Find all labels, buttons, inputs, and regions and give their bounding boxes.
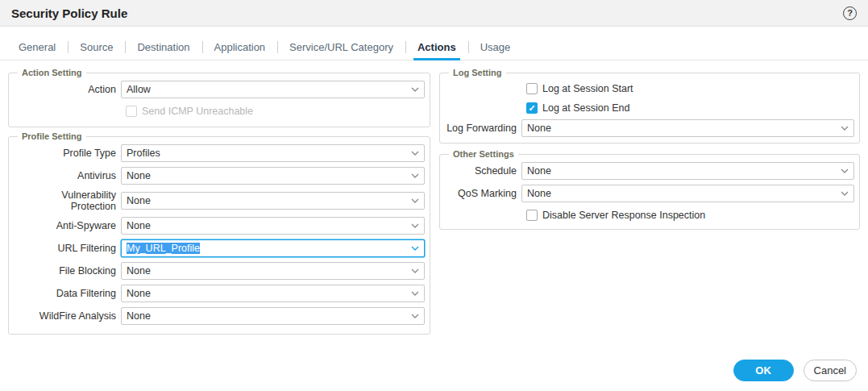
- vulnerability-protection-row: Vulnerability Protection None: [14, 189, 425, 212]
- log-session-end-label: Log at Session End: [542, 102, 629, 114]
- other-settings-group: Other Settings Schedule None QoS Marking…: [439, 149, 860, 230]
- log-setting-legend: Log Setting: [449, 68, 506, 77]
- dialog-footer: OK Cancel: [733, 360, 857, 381]
- log-forwarding-label: Log Forwarding: [445, 123, 521, 134]
- profile-setting-group: Profile Setting Profile Type Profiles An…: [8, 131, 430, 335]
- log-session-start-label: Log at Session Start: [542, 83, 633, 94]
- chevron-down-icon: [841, 191, 849, 196]
- tab-actions[interactable]: Actions: [405, 34, 468, 60]
- schedule-label: Schedule: [445, 165, 521, 177]
- chevron-down-icon: [411, 87, 419, 92]
- tab-general[interactable]: General: [6, 34, 68, 60]
- wildfire-analysis-label: WildFire Analysis: [14, 310, 121, 322]
- security-policy-rule-dialog: Security Policy Rule ? General Source De…: [0, 0, 868, 391]
- anti-spyware-select[interactable]: None: [121, 217, 425, 235]
- chevron-down-icon: [411, 246, 419, 251]
- vulnerability-protection-label: Vulnerability Protection: [14, 189, 121, 212]
- action-row: Action Allow: [14, 81, 425, 98]
- chevron-down-icon: [411, 268, 419, 273]
- tab-destination[interactable]: Destination: [125, 34, 201, 60]
- send-icmp-row: Send ICMP Unreachable: [126, 103, 425, 119]
- schedule-select[interactable]: None: [521, 162, 854, 180]
- chevron-down-icon: [411, 314, 419, 318]
- send-icmp-label: Send ICMP Unreachable: [142, 106, 253, 117]
- action-select[interactable]: Allow: [121, 81, 425, 98]
- tab-source[interactable]: Source: [68, 34, 125, 60]
- checkbox-log-at-session-end[interactable]: [526, 102, 538, 114]
- checkbox-log-at-session-start[interactable]: [526, 83, 538, 94]
- qos-marking-label: QoS Marking: [445, 188, 521, 199]
- action-label: Action: [14, 84, 121, 95]
- chevron-down-icon: [841, 126, 849, 131]
- ok-button[interactable]: OK: [733, 360, 794, 381]
- data-filtering-row: Data Filtering None: [14, 285, 425, 302]
- dialog-titlebar: Security Policy Rule ?: [0, 0, 868, 27]
- file-blocking-row: File Blocking None: [14, 262, 425, 280]
- log-session-end-row: Log at Session End: [526, 100, 854, 116]
- disable-sri-row: Disable Server Response Inspection: [526, 207, 854, 223]
- data-filtering-label: Data Filtering: [14, 288, 121, 299]
- action-setting-legend: Action Setting: [18, 68, 86, 77]
- url-filtering-label: URL Filtering: [14, 243, 121, 254]
- url-filtering-select[interactable]: My_URL_Profile: [121, 239, 425, 257]
- chevron-down-icon: [411, 291, 419, 296]
- url-filtering-row: URL Filtering My_URL_Profile: [14, 239, 425, 257]
- vulnerability-protection-select[interactable]: None: [121, 192, 425, 210]
- log-forwarding-row: Log Forwarding None: [445, 119, 854, 137]
- wildfire-analysis-select[interactable]: None: [121, 307, 425, 325]
- schedule-row: Schedule None: [445, 162, 854, 180]
- qos-marking-select[interactable]: None: [521, 185, 854, 202]
- checkbox-disable-server-response-inspection[interactable]: [526, 210, 538, 221]
- other-settings-legend: Other Settings: [449, 149, 518, 159]
- tab-application[interactable]: Application: [202, 34, 278, 60]
- tab-service-url-category[interactable]: Service/URL Category: [277, 34, 405, 60]
- chevron-down-icon: [411, 173, 419, 178]
- chevron-down-icon: [411, 198, 419, 203]
- log-setting-group: Log Setting Log at Session Start Log at …: [439, 68, 860, 144]
- log-forwarding-select[interactable]: None: [521, 119, 854, 137]
- log-session-start-row: Log at Session Start: [526, 81, 854, 97]
- wildfire-analysis-row: WildFire Analysis None: [14, 307, 425, 325]
- antivirus-label: Antivirus: [14, 170, 121, 181]
- profile-type-select[interactable]: Profiles: [121, 144, 425, 162]
- file-blocking-select[interactable]: None: [121, 262, 425, 280]
- help-icon[interactable]: ?: [843, 6, 857, 20]
- tab-usage[interactable]: Usage: [468, 34, 523, 60]
- antivirus-row: Antivirus None: [14, 167, 425, 185]
- checkbox-send-icmp-unreachable[interactable]: [126, 106, 137, 117]
- chevron-down-icon: [841, 168, 849, 173]
- chevron-down-icon: [411, 223, 419, 228]
- anti-spyware-label: Anti-Spyware: [14, 220, 121, 231]
- qos-marking-row: QoS Marking None: [445, 185, 854, 202]
- anti-spyware-row: Anti-Spyware None: [14, 217, 425, 235]
- profile-type-label: Profile Type: [14, 148, 121, 159]
- cancel-button[interactable]: Cancel: [804, 360, 857, 381]
- file-blocking-label: File Blocking: [14, 265, 121, 277]
- profile-setting-legend: Profile Setting: [18, 131, 86, 141]
- profile-type-row: Profile Type Profiles: [14, 144, 425, 162]
- action-setting-group: Action Setting Action Allow Send ICMP Un…: [8, 68, 430, 127]
- dialog-title: Security Policy Rule: [11, 6, 127, 20]
- disable-sri-label: Disable Server Response Inspection: [542, 210, 705, 221]
- tab-bar: General Source Destination Application S…: [0, 34, 868, 60]
- chevron-down-icon: [411, 151, 419, 156]
- antivirus-select[interactable]: None: [121, 167, 425, 185]
- data-filtering-select[interactable]: None: [121, 285, 425, 302]
